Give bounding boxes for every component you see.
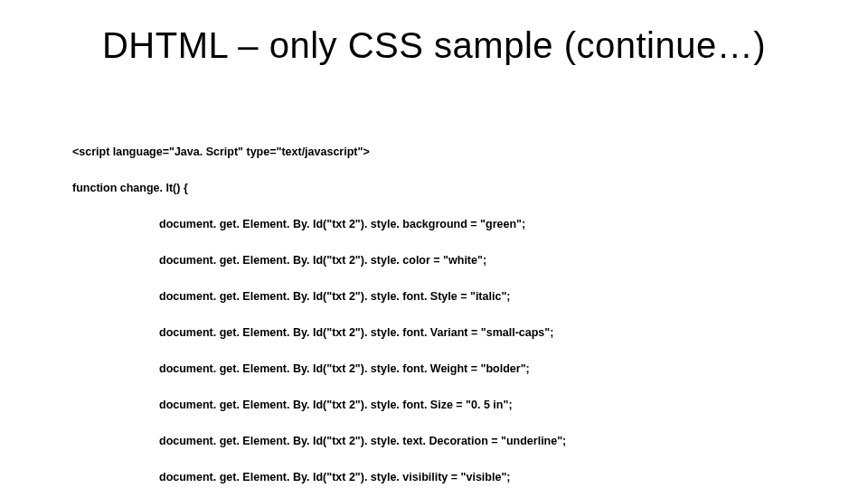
code-line: document. get. Element. By. Id("txt 2").… xyxy=(72,251,814,269)
code-line: document. get. Element. By. Id("txt 2").… xyxy=(72,287,814,305)
code-block: <script language="Java. Script" type="te… xyxy=(72,125,814,488)
code-line: document. get. Element. By. Id("txt 2").… xyxy=(72,396,814,414)
code-line: document. get. Element. By. Id("txt 2").… xyxy=(72,360,814,378)
code-line: function change. It() { xyxy=(72,179,814,197)
slide: DHTML – only CSS sample (continue…) <scr… xyxy=(0,0,868,488)
code-line: <script language="Java. Script" type="te… xyxy=(72,143,814,161)
slide-title: DHTML – only CSS sample (continue…) xyxy=(0,25,868,66)
code-line: document. get. Element. By. Id("txt 2").… xyxy=(72,324,814,342)
code-line: document. get. Element. By. Id("txt 2").… xyxy=(72,432,814,450)
code-line: document. get. Element. By. Id("txt 2").… xyxy=(72,215,814,233)
code-line: document. get. Element. By. Id("txt 2").… xyxy=(72,468,814,486)
